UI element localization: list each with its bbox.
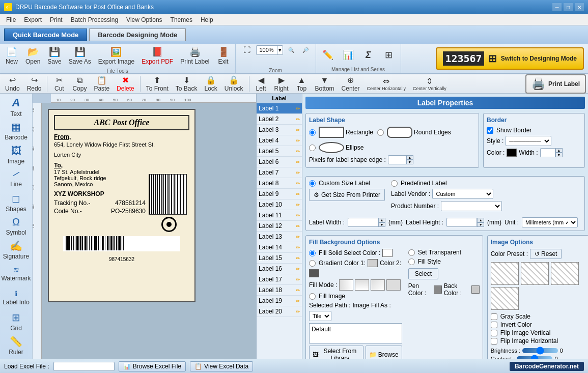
menu-help[interactable]: Help [197,15,217,24]
fill-style-label[interactable]: Fill Style [408,258,480,265]
align-right-btn[interactable]: ▶ Right [271,74,292,94]
contrast-slider[interactable] [517,356,552,359]
label-item-1[interactable]: Label 1 ✏ [257,103,302,114]
lock-btn[interactable]: 🔒 Lock [201,74,220,94]
shape-round-radio[interactable] [377,129,384,136]
label-item-9-edit[interactable]: ✏ [296,191,300,197]
preset-4[interactable] [491,287,519,310]
fill-color-swatch[interactable] [382,249,393,257]
unit-select[interactable]: Milimeters (mm ✓) [522,217,578,227]
fill-image-label[interactable]: Fill Image [309,293,402,300]
back-color-swatch[interactable] [471,285,480,294]
label-item-4-edit[interactable]: ✏ [296,138,300,144]
maximize-btn[interactable]: □ [564,3,573,11]
label-item-5-edit[interactable]: ✏ [296,149,300,154]
pixels-up-btn[interactable]: ▲ [406,155,413,160]
label-item-20-edit[interactable]: ✏ [296,309,300,314]
label-item-3-edit[interactable]: ✏ [296,127,300,133]
label-item-17[interactable]: Label 17 ✏ [257,274,302,285]
invert-checkbox[interactable] [491,322,497,328]
fill-mode-4[interactable] [386,279,401,291]
to-back-btn[interactable]: ⬇ To Back [173,74,201,94]
manage-barcode-btn[interactable]: ⊞ [379,48,399,63]
label-item-4[interactable]: Label 4 ✏ [257,135,302,146]
product-select[interactable] [441,201,502,211]
menu-export[interactable]: Export [20,15,46,24]
manage-series-btn[interactable]: Σ [359,48,378,63]
redo-btn[interactable]: ↪ Redo [24,74,45,94]
fill-as-select[interactable]: Tile [309,311,331,321]
cut-btn[interactable]: ✂ Cut [50,74,68,94]
reset-btn[interactable]: ↺ Reset [530,249,562,259]
browse-excel-btn[interactable]: 📊 Browse Excel File [119,361,186,371]
border-width-up[interactable]: ▲ [555,148,563,153]
undo-btn[interactable]: ↩ Undo [2,74,23,94]
label-item-16-edit[interactable]: ✏ [296,266,300,272]
label-item-19-edit[interactable]: ✏ [296,298,300,304]
shape-ellipse-label[interactable]: Ellipse [309,142,363,153]
label-item-7[interactable]: Label 7 ✏ [257,167,302,178]
fill-solid-label[interactable]: Fill Solid [309,249,342,256]
shape-rect-label[interactable]: Rectangle [309,127,373,138]
manage-edit-btn[interactable]: ✏️ [318,48,338,63]
height-input[interactable]: 92.075 [446,218,477,227]
brightness-slider[interactable] [522,348,558,353]
label-item-19[interactable]: Label 19 ✏ [257,296,302,306]
view-excel-btn[interactable]: 📋 View Excel Data [190,361,253,371]
sidebar-image[interactable]: 🖼 Image [2,144,31,166]
shape-ellipse-radio[interactable] [309,145,316,151]
label-item-11-edit[interactable]: ✏ [296,213,300,218]
label-item-9[interactable]: Label 9 ✏ [257,189,302,199]
show-border-label[interactable]: Show Border [487,127,581,134]
print-label-btn[interactable]: 🖨️ Print Label [525,74,586,94]
preset-1[interactable] [491,262,519,285]
label-item-18[interactable]: Label 18 ✏ [257,285,302,296]
paste-btn[interactable]: 📋 Paste [91,74,113,94]
label-item-18-edit[interactable]: ✏ [296,288,300,293]
label-item-12-edit[interactable]: ✏ [296,223,300,229]
flip-v-label[interactable]: Flip Image Vertical [491,329,585,336]
label-item-7-edit[interactable]: ✏ [296,170,300,176]
copy-btn[interactable]: ⧉ Copy [69,74,90,94]
save-btn[interactable]: 💾 Save [44,45,64,67]
exit-btn[interactable]: 🚪 Exit [214,45,233,67]
label-item-10-edit[interactable]: ✏ [296,202,300,208]
grayscale-checkbox[interactable] [491,313,497,320]
fill-solid-radio[interactable] [309,250,316,256]
fill-mode-1[interactable] [339,279,353,291]
zoom-dropdown-btn[interactable]: ▾ [277,46,283,54]
shape-rect-radio[interactable] [309,129,316,136]
sidebar-symbol[interactable]: Ω Symbol [2,215,31,238]
width-down[interactable]: ▼ [378,222,385,227]
label-item-2-edit[interactable]: ✏ [296,117,300,122]
gradient-radio[interactable] [309,260,316,267]
get-size-btn[interactable]: ⚙ Get Size From Printer [309,189,385,201]
vendor-select[interactable]: Custom [432,189,493,199]
sidebar-shapes[interactable]: ◻ Shapes [2,191,31,214]
label-item-6[interactable]: Label 6 ✏ [257,157,302,167]
center-v-btn[interactable]: ⇕ Center Vertically [410,75,450,93]
close-btn[interactable]: ✕ [575,3,584,11]
align-top-btn[interactable]: ▲ Top [293,74,311,94]
fit-btn[interactable]: ⛶ [240,44,254,56]
label-item-8[interactable]: Label 8 ✏ [257,178,302,189]
tab-designing[interactable]: Barcode Designing Mode [89,28,186,41]
save-as-btn[interactable]: 💾 Save As [66,45,94,67]
label-item-20[interactable]: Label 20 ✏ [257,306,302,317]
export-image-btn[interactable]: 🖼️ Export Image [95,45,137,67]
menu-batch[interactable]: Batch Processing [67,15,122,24]
label-item-11[interactable]: Label 11 ✏ [257,210,302,221]
pen-color-swatch[interactable] [434,285,442,294]
print-label-tool-btn[interactable]: 🖨️ Print Label [177,45,212,67]
sidebar-watermark[interactable]: ≋ Watermark [2,263,31,285]
custom-size-label[interactable]: Custom Size Label [309,180,385,187]
excel-path-input[interactable]: C:\Users\IBALL\D [53,362,115,371]
flip-h-label[interactable]: Flip Image Horizontal [491,337,585,345]
tab-quick[interactable]: Quick Barcode Mode [4,28,87,41]
custom-size-radio[interactable] [309,180,316,187]
zoom-in-btn[interactable]: 🔍 [285,45,297,55]
fill-mode-3[interactable] [371,279,385,291]
menu-view[interactable]: View Options [122,15,166,24]
menu-themes[interactable]: Themes [166,15,197,24]
label-item-5[interactable]: Label 5 ✏ [257,146,302,157]
